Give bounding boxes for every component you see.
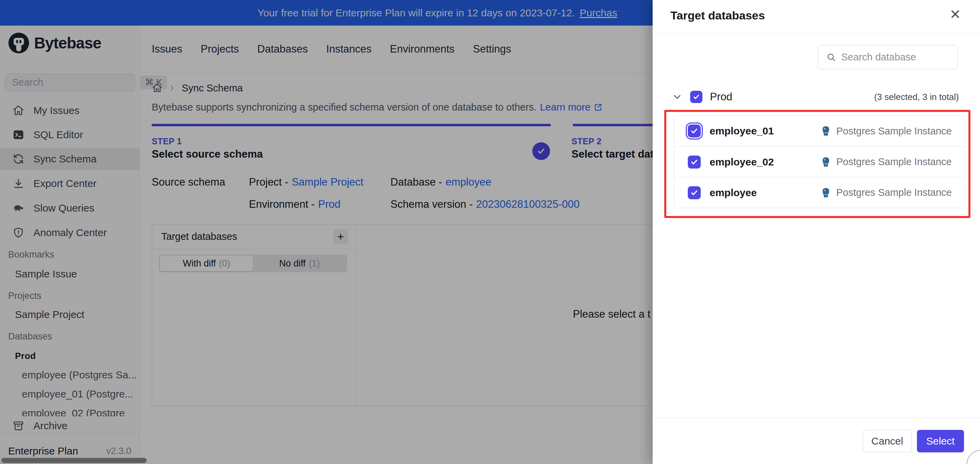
search-icon <box>826 52 837 62</box>
database-name: employee <box>710 187 757 199</box>
instance-info: Postgres Sample Instance <box>820 156 952 168</box>
instance-info: Postgres Sample Instance <box>820 125 952 137</box>
instance-name: Postgres Sample Instance <box>836 187 952 198</box>
database-row-employee[interactable]: employee Postgres Sample Instance <box>674 177 965 208</box>
database-search-input[interactable] <box>841 51 950 63</box>
postgres-icon <box>820 125 832 137</box>
row-checkbox[interactable] <box>688 156 701 169</box>
row-checkbox[interactable] <box>688 124 701 137</box>
close-icon[interactable]: ✕ <box>949 8 961 21</box>
selection-summary: (3 selected, 3 in total) <box>874 89 959 105</box>
target-databases-modal: Target databases ✕ Prod (3 selected, 3 i… <box>653 0 980 464</box>
instance-name: Postgres Sample Instance <box>836 156 952 167</box>
instance-name: Postgres Sample Instance <box>836 126 952 137</box>
chevron-down-icon[interactable] <box>672 91 682 102</box>
modal-title: Target databases <box>670 9 765 22</box>
select-button[interactable]: Select <box>917 430 964 453</box>
database-list: employee_01 Postgres Sample Instance emp… <box>674 115 966 208</box>
row-checkbox[interactable] <box>688 186 701 199</box>
environment-group-row: Prod <box>672 89 732 105</box>
modal-search-box[interactable] <box>818 45 958 69</box>
modal-footer-divider <box>653 418 980 418</box>
modal-header-divider <box>653 33 980 33</box>
cancel-button[interactable]: Cancel <box>863 430 912 453</box>
database-row-employee-02[interactable]: employee_02 Postgres Sample Instance <box>674 147 965 177</box>
app-root: Your free trial for Enterprise Plan will… <box>0 0 980 464</box>
postgres-icon <box>820 187 832 199</box>
postgres-icon <box>820 156 832 168</box>
environment-group-label: Prod <box>710 91 732 103</box>
database-row-employee-01[interactable]: employee_01 Postgres Sample Instance <box>674 116 965 147</box>
database-name: employee_01 <box>710 125 774 137</box>
instance-info: Postgres Sample Instance <box>820 187 952 199</box>
prod-group-checkbox[interactable] <box>690 91 702 103</box>
database-name: employee_02 <box>710 156 774 168</box>
